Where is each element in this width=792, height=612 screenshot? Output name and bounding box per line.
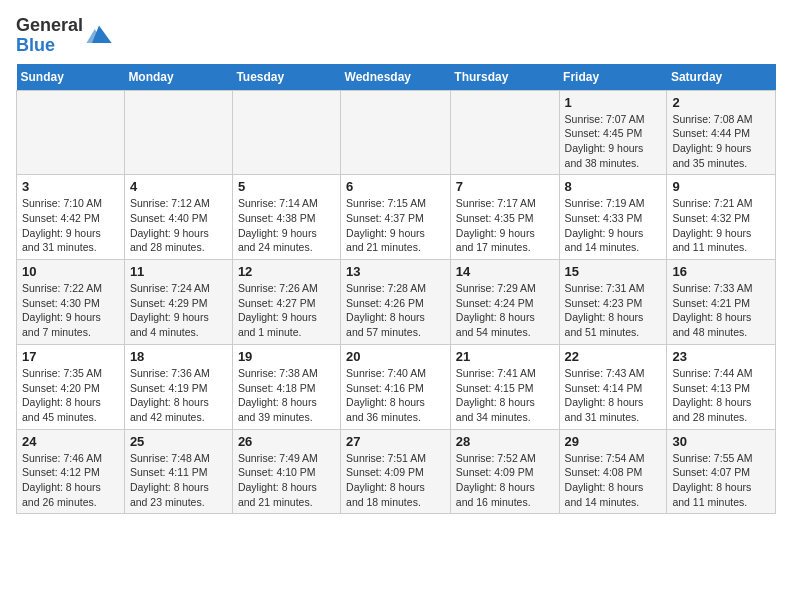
day-number: 23 <box>672 349 770 364</box>
calendar-cell: 24Sunrise: 7:46 AM Sunset: 4:12 PM Dayli… <box>17 429 125 514</box>
day-info: Sunrise: 7:52 AM Sunset: 4:09 PM Dayligh… <box>456 451 554 510</box>
day-number: 16 <box>672 264 770 279</box>
calendar-cell: 30Sunrise: 7:55 AM Sunset: 4:07 PM Dayli… <box>667 429 776 514</box>
day-number: 26 <box>238 434 335 449</box>
calendar-cell <box>341 90 451 175</box>
calendar-cell: 18Sunrise: 7:36 AM Sunset: 4:19 PM Dayli… <box>124 344 232 429</box>
calendar-cell <box>450 90 559 175</box>
calendar-cell: 17Sunrise: 7:35 AM Sunset: 4:20 PM Dayli… <box>17 344 125 429</box>
day-number: 27 <box>346 434 445 449</box>
day-info: Sunrise: 7:55 AM Sunset: 4:07 PM Dayligh… <box>672 451 770 510</box>
calendar-cell: 29Sunrise: 7:54 AM Sunset: 4:08 PM Dayli… <box>559 429 667 514</box>
calendar-cell: 7Sunrise: 7:17 AM Sunset: 4:35 PM Daylig… <box>450 175 559 260</box>
day-number: 19 <box>238 349 335 364</box>
weekday-header-sunday: Sunday <box>17 64 125 91</box>
day-info: Sunrise: 7:41 AM Sunset: 4:15 PM Dayligh… <box>456 366 554 425</box>
day-number: 15 <box>565 264 662 279</box>
day-info: Sunrise: 7:43 AM Sunset: 4:14 PM Dayligh… <box>565 366 662 425</box>
weekday-header-friday: Friday <box>559 64 667 91</box>
day-number: 11 <box>130 264 227 279</box>
calendar-cell: 13Sunrise: 7:28 AM Sunset: 4:26 PM Dayli… <box>341 260 451 345</box>
day-number: 5 <box>238 179 335 194</box>
calendar-cell: 3Sunrise: 7:10 AM Sunset: 4:42 PM Daylig… <box>17 175 125 260</box>
day-number: 29 <box>565 434 662 449</box>
day-number: 28 <box>456 434 554 449</box>
calendar-cell: 15Sunrise: 7:31 AM Sunset: 4:23 PM Dayli… <box>559 260 667 345</box>
day-number: 14 <box>456 264 554 279</box>
calendar-cell: 27Sunrise: 7:51 AM Sunset: 4:09 PM Dayli… <box>341 429 451 514</box>
day-number: 24 <box>22 434 119 449</box>
calendar-cell: 14Sunrise: 7:29 AM Sunset: 4:24 PM Dayli… <box>450 260 559 345</box>
day-info: Sunrise: 7:21 AM Sunset: 4:32 PM Dayligh… <box>672 196 770 255</box>
logo-blue: Blue <box>16 35 55 55</box>
day-info: Sunrise: 7:19 AM Sunset: 4:33 PM Dayligh… <box>565 196 662 255</box>
calendar-cell: 22Sunrise: 7:43 AM Sunset: 4:14 PM Dayli… <box>559 344 667 429</box>
day-info: Sunrise: 7:33 AM Sunset: 4:21 PM Dayligh… <box>672 281 770 340</box>
weekday-header-row: SundayMondayTuesdayWednesdayThursdayFrid… <box>17 64 776 91</box>
day-info: Sunrise: 7:44 AM Sunset: 4:13 PM Dayligh… <box>672 366 770 425</box>
calendar-cell: 25Sunrise: 7:48 AM Sunset: 4:11 PM Dayli… <box>124 429 232 514</box>
day-number: 6 <box>346 179 445 194</box>
day-number: 12 <box>238 264 335 279</box>
day-number: 22 <box>565 349 662 364</box>
day-info: Sunrise: 7:48 AM Sunset: 4:11 PM Dayligh… <box>130 451 227 510</box>
day-number: 25 <box>130 434 227 449</box>
calendar-cell <box>124 90 232 175</box>
day-number: 1 <box>565 95 662 110</box>
calendar-cell: 23Sunrise: 7:44 AM Sunset: 4:13 PM Dayli… <box>667 344 776 429</box>
calendar-week-row: 17Sunrise: 7:35 AM Sunset: 4:20 PM Dayli… <box>17 344 776 429</box>
calendar-cell: 26Sunrise: 7:49 AM Sunset: 4:10 PM Dayli… <box>232 429 340 514</box>
calendar-cell: 12Sunrise: 7:26 AM Sunset: 4:27 PM Dayli… <box>232 260 340 345</box>
weekday-header-wednesday: Wednesday <box>341 64 451 91</box>
calendar-week-row: 1Sunrise: 7:07 AM Sunset: 4:45 PM Daylig… <box>17 90 776 175</box>
calendar-cell: 6Sunrise: 7:15 AM Sunset: 4:37 PM Daylig… <box>341 175 451 260</box>
calendar-cell: 1Sunrise: 7:07 AM Sunset: 4:45 PM Daylig… <box>559 90 667 175</box>
day-info: Sunrise: 7:40 AM Sunset: 4:16 PM Dayligh… <box>346 366 445 425</box>
logo-icon <box>85 22 113 50</box>
day-number: 7 <box>456 179 554 194</box>
day-number: 17 <box>22 349 119 364</box>
calendar-cell <box>232 90 340 175</box>
day-info: Sunrise: 7:51 AM Sunset: 4:09 PM Dayligh… <box>346 451 445 510</box>
calendar-cell: 19Sunrise: 7:38 AM Sunset: 4:18 PM Dayli… <box>232 344 340 429</box>
day-info: Sunrise: 7:07 AM Sunset: 4:45 PM Dayligh… <box>565 112 662 171</box>
page-header: General Blue <box>16 16 776 56</box>
day-info: Sunrise: 7:38 AM Sunset: 4:18 PM Dayligh… <box>238 366 335 425</box>
day-info: Sunrise: 7:46 AM Sunset: 4:12 PM Dayligh… <box>22 451 119 510</box>
weekday-header-tuesday: Tuesday <box>232 64 340 91</box>
day-number: 9 <box>672 179 770 194</box>
day-info: Sunrise: 7:17 AM Sunset: 4:35 PM Dayligh… <box>456 196 554 255</box>
day-number: 8 <box>565 179 662 194</box>
day-number: 4 <box>130 179 227 194</box>
day-info: Sunrise: 7:10 AM Sunset: 4:42 PM Dayligh… <box>22 196 119 255</box>
day-info: Sunrise: 7:54 AM Sunset: 4:08 PM Dayligh… <box>565 451 662 510</box>
calendar-cell: 2Sunrise: 7:08 AM Sunset: 4:44 PM Daylig… <box>667 90 776 175</box>
calendar-cell: 4Sunrise: 7:12 AM Sunset: 4:40 PM Daylig… <box>124 175 232 260</box>
calendar-cell <box>17 90 125 175</box>
day-info: Sunrise: 7:49 AM Sunset: 4:10 PM Dayligh… <box>238 451 335 510</box>
day-number: 18 <box>130 349 227 364</box>
day-info: Sunrise: 7:15 AM Sunset: 4:37 PM Dayligh… <box>346 196 445 255</box>
day-info: Sunrise: 7:12 AM Sunset: 4:40 PM Dayligh… <box>130 196 227 255</box>
day-info: Sunrise: 7:29 AM Sunset: 4:24 PM Dayligh… <box>456 281 554 340</box>
day-info: Sunrise: 7:28 AM Sunset: 4:26 PM Dayligh… <box>346 281 445 340</box>
day-number: 21 <box>456 349 554 364</box>
calendar-cell: 10Sunrise: 7:22 AM Sunset: 4:30 PM Dayli… <box>17 260 125 345</box>
calendar-cell: 8Sunrise: 7:19 AM Sunset: 4:33 PM Daylig… <box>559 175 667 260</box>
calendar-table: SundayMondayTuesdayWednesdayThursdayFrid… <box>16 64 776 515</box>
day-info: Sunrise: 7:26 AM Sunset: 4:27 PM Dayligh… <box>238 281 335 340</box>
logo: General Blue <box>16 16 113 56</box>
calendar-cell: 11Sunrise: 7:24 AM Sunset: 4:29 PM Dayli… <box>124 260 232 345</box>
calendar-week-row: 10Sunrise: 7:22 AM Sunset: 4:30 PM Dayli… <box>17 260 776 345</box>
day-number: 10 <box>22 264 119 279</box>
day-number: 2 <box>672 95 770 110</box>
weekday-header-thursday: Thursday <box>450 64 559 91</box>
day-number: 3 <box>22 179 119 194</box>
day-info: Sunrise: 7:14 AM Sunset: 4:38 PM Dayligh… <box>238 196 335 255</box>
calendar-week-row: 24Sunrise: 7:46 AM Sunset: 4:12 PM Dayli… <box>17 429 776 514</box>
day-info: Sunrise: 7:35 AM Sunset: 4:20 PM Dayligh… <box>22 366 119 425</box>
calendar-cell: 9Sunrise: 7:21 AM Sunset: 4:32 PM Daylig… <box>667 175 776 260</box>
day-info: Sunrise: 7:31 AM Sunset: 4:23 PM Dayligh… <box>565 281 662 340</box>
day-number: 30 <box>672 434 770 449</box>
calendar-cell: 5Sunrise: 7:14 AM Sunset: 4:38 PM Daylig… <box>232 175 340 260</box>
